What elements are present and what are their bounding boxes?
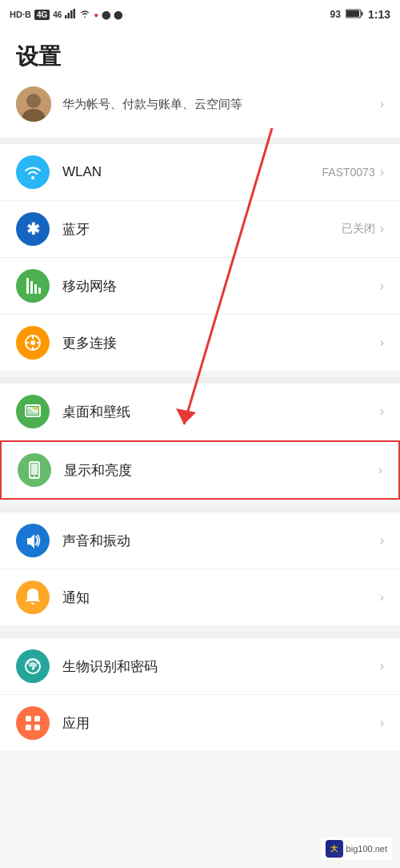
account-row[interactable]: 华为帐号、付款与账单、云空间等 ›: [16, 82, 384, 130]
network-signal: [65, 9, 76, 20]
svg-rect-14: [38, 287, 41, 294]
display-brightness-label: 显示和亮度: [64, 461, 374, 480]
network-4g: 4G: [34, 10, 50, 20]
network-section: WLAN FAST0073 › ✱ 蓝牙 已关闭 › 移动网络 ›: [0, 144, 400, 371]
page-title: 设置: [16, 42, 384, 72]
desktop-icon: [16, 395, 50, 428]
notification-label: 通知: [62, 589, 375, 607]
apps-chevron-icon: ›: [380, 716, 384, 730]
sound-icon: [16, 524, 50, 557]
status-left: HD·B 4G 46 ● ⬤ ⬤: [10, 9, 122, 20]
notification-icon-circle: [16, 581, 50, 614]
svg-rect-31: [34, 725, 40, 730]
svg-point-16: [30, 340, 35, 345]
notification-icon: ●: [94, 10, 98, 19]
watermark-icon: 大: [326, 840, 343, 858]
bluetooth-item[interactable]: ✱ 蓝牙 已关闭 ›: [0, 201, 400, 258]
bluetooth-label: 蓝牙: [62, 220, 342, 239]
network-46: 46: [53, 10, 62, 19]
more-connect-icon: [16, 326, 50, 360]
display-brightness-item[interactable]: 显示和亮度 ›: [0, 440, 400, 500]
wlan-item[interactable]: WLAN FAST0073 ›: [0, 144, 400, 201]
biometric-chevron-icon: ›: [380, 659, 384, 673]
time-display: 1:13: [368, 8, 390, 21]
battery-icon: [346, 9, 363, 21]
sound-vibration-item[interactable]: 声音和振动 ›: [0, 512, 400, 569]
mobile-network-item[interactable]: 移动网络 ›: [0, 258, 400, 315]
display-icon: [18, 453, 51, 487]
wlan-value: FAST0073: [322, 166, 375, 179]
more-connections-chevron-icon: ›: [380, 336, 384, 350]
account-subtitle: 华为帐号、付款与账单、云空间等: [62, 97, 242, 112]
display-section: 桌面和壁纸 › 显示和亮度 ›: [0, 384, 400, 500]
mobile-chevron-icon: ›: [380, 279, 384, 293]
account-chevron-icon: ›: [380, 97, 384, 111]
avatar: [16, 86, 51, 122]
biometric-icon: [16, 649, 50, 683]
apps-label: 应用: [62, 714, 375, 733]
sound-section: 声音和振动 › 通知 ›: [0, 512, 400, 625]
apps-icon: [16, 706, 50, 740]
svg-rect-0: [65, 15, 67, 18]
security-section: 生物识别和密码 › 应用 ›: [0, 638, 400, 751]
svg-rect-29: [34, 716, 40, 721]
status-right: 93 1:13: [330, 8, 390, 21]
svg-point-8: [26, 94, 41, 108]
svg-rect-3: [74, 9, 76, 18]
svg-rect-5: [361, 11, 362, 15]
biometric-label: 生物识别和密码: [62, 657, 375, 676]
sound-label: 声音和振动: [62, 532, 375, 550]
svg-point-23: [34, 407, 38, 410]
apps-item[interactable]: 应用 ›: [0, 695, 400, 751]
desktop-wallpaper-item[interactable]: 桌面和壁纸 ›: [0, 384, 400, 440]
bluetooth-value: 已关闭: [342, 222, 375, 236]
header: 设置 华为帐号、付款与账单、云空间等 ›: [0, 29, 400, 138]
svg-rect-28: [26, 716, 31, 721]
biometric-item[interactable]: 生物识别和密码 ›: [0, 638, 400, 695]
section-divider-4: [0, 632, 400, 638]
app-icon2: ⬤: [114, 10, 122, 19]
wlan-label: WLAN: [62, 164, 322, 180]
bluetooth-icon: ✱: [16, 212, 50, 246]
desktop-chevron-icon: ›: [380, 404, 384, 419]
svg-rect-1: [68, 13, 70, 18]
more-connections-item[interactable]: 更多连接 ›: [0, 315, 400, 371]
wlan-chevron-icon: ›: [380, 165, 384, 179]
section-divider-3: [0, 506, 400, 512]
mobile-label: 移动网络: [62, 277, 375, 295]
sound-chevron-icon: ›: [380, 533, 384, 548]
section-divider-2: [0, 377, 400, 384]
watermark-text: big100.net: [346, 844, 387, 854]
more-connections-label: 更多连接: [62, 334, 375, 352]
wifi-icon: [16, 155, 50, 189]
svg-point-26: [34, 476, 35, 477]
desktop-label: 桌面和壁纸: [62, 403, 375, 421]
svg-rect-13: [34, 284, 37, 294]
svg-rect-12: [30, 281, 33, 294]
app-icon1: ⬤: [102, 10, 110, 19]
svg-rect-2: [70, 10, 73, 18]
svg-rect-30: [26, 725, 31, 730]
svg-rect-25: [31, 464, 38, 475]
mobile-icon: [16, 269, 50, 303]
notification-item[interactable]: 通知 ›: [0, 569, 400, 625]
carrier-label: HD·B: [10, 10, 31, 19]
svg-point-10: [31, 176, 34, 179]
notification-chevron-icon: ›: [380, 590, 384, 605]
display-brightness-chevron-icon: ›: [378, 463, 382, 477]
section-divider-1: [0, 138, 400, 144]
wifi-signal: [79, 9, 90, 20]
svg-rect-6: [346, 10, 359, 17]
status-bar: HD·B 4G 46 ● ⬤ ⬤ 93: [0, 0, 400, 29]
bluetooth-chevron-icon: ›: [380, 222, 384, 236]
watermark: 大 big100.net: [321, 838, 392, 860]
battery-percent: 93: [330, 9, 341, 20]
svg-rect-11: [26, 278, 29, 294]
